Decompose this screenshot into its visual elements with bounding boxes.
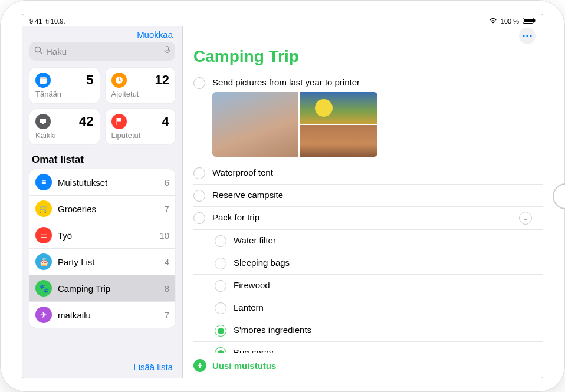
list-name: Muistutukset bbox=[58, 177, 159, 187]
screen: 9.41 ti 10.9. 100 % Muokkaa bbox=[22, 14, 543, 378]
complete-toggle[interactable] bbox=[215, 280, 226, 292]
smart-count: 42 bbox=[79, 114, 93, 129]
list-count: 10 bbox=[159, 230, 169, 241]
reminder-text: Bug spray bbox=[234, 347, 536, 353]
reminder-item[interactable]: Waterproof tent bbox=[193, 162, 543, 185]
svg-line-4 bbox=[40, 52, 42, 54]
reminder-text: Water filter bbox=[234, 235, 536, 245]
attachment-thumbnails[interactable] bbox=[212, 92, 377, 157]
list-icon: ✈ bbox=[35, 307, 52, 323]
smart-card-liputetut[interactable]: 4 Liputetut bbox=[106, 109, 176, 144]
reminder-text: Firewood bbox=[234, 279, 536, 290]
list-name: Party List bbox=[58, 257, 159, 267]
complete-toggle[interactable] bbox=[215, 347, 226, 353]
search-input[interactable] bbox=[46, 47, 160, 57]
add-list-button[interactable]: Lisää lista bbox=[133, 362, 173, 372]
reminder-item[interactable]: Lantern bbox=[193, 297, 543, 319]
reminders-list: Send pictures from last year to printer … bbox=[183, 72, 543, 353]
calendar-icon bbox=[35, 73, 51, 88]
complete-toggle[interactable] bbox=[193, 167, 205, 179]
home-button[interactable] bbox=[553, 183, 565, 209]
list-icon: 🐾 bbox=[35, 280, 52, 297]
reminder-text: Lantern bbox=[234, 302, 536, 312]
svg-rect-5 bbox=[166, 46, 169, 51]
more-button[interactable] bbox=[519, 28, 536, 44]
status-date: ti 10.9. bbox=[45, 18, 65, 25]
list-count: 8 bbox=[165, 284, 169, 294]
smart-label: Tänään bbox=[35, 90, 94, 98]
smart-card-tänään[interactable]: 5 Tänään bbox=[29, 68, 100, 103]
list-row-työ[interactable]: ▭ Työ 10 bbox=[29, 222, 175, 249]
complete-toggle[interactable] bbox=[193, 190, 205, 202]
reminder-text: Send pictures from last year to printer bbox=[212, 77, 536, 157]
smart-lists-grid: 5 Tänään 12 Ajoitetut 42 Kaikki 4 Lipute… bbox=[29, 68, 175, 144]
reminder-item[interactable]: Firewood bbox=[193, 275, 543, 297]
svg-rect-2 bbox=[534, 19, 536, 22]
status-bar: 9.41 ti 10.9. 100 % bbox=[22, 14, 543, 26]
battery-icon bbox=[523, 18, 536, 25]
smart-label: Kaikki bbox=[35, 131, 94, 140]
svg-point-9 bbox=[523, 35, 524, 37]
list-icon: 🎂 bbox=[35, 253, 52, 270]
edit-button[interactable]: Muokkaa bbox=[137, 29, 173, 39]
chevron-down-icon[interactable]: ⌄ bbox=[519, 212, 532, 225]
reminder-text: S'mores ingredients bbox=[234, 324, 536, 335]
smart-card-kaikki[interactable]: 42 Kaikki bbox=[29, 109, 100, 144]
wifi-icon bbox=[489, 18, 497, 25]
list-name: Camping Trip bbox=[58, 284, 159, 294]
complete-toggle[interactable] bbox=[215, 302, 226, 314]
new-reminder-button[interactable]: + Uusi muistutus bbox=[183, 353, 543, 378]
main-panel: Camping Trip Send pictures from last yea… bbox=[183, 26, 543, 378]
reminder-item[interactable]: Bug spray bbox=[193, 342, 543, 353]
list-row-camping-trip[interactable]: 🐾 Camping Trip 8 bbox=[29, 275, 175, 302]
list-name: matkailu bbox=[58, 310, 159, 320]
list-row-groceries[interactable]: 🛒 Groceries 7 bbox=[29, 196, 175, 222]
complete-toggle[interactable] bbox=[193, 212, 205, 224]
complete-toggle[interactable] bbox=[215, 258, 226, 269]
complete-toggle[interactable] bbox=[215, 325, 226, 337]
smart-count: 5 bbox=[86, 73, 93, 88]
reminder-item[interactable]: Sleeping bags bbox=[193, 252, 543, 275]
search-field[interactable] bbox=[29, 42, 175, 61]
list-icon: ≡ bbox=[35, 174, 52, 190]
ipad-frame: 9.41 ti 10.9. 100 % Muokkaa bbox=[0, 0, 565, 392]
status-time: 9.41 bbox=[29, 18, 42, 25]
list-icon: ▭ bbox=[35, 227, 52, 243]
smart-card-ajoitetut[interactable]: 12 Ajoitetut bbox=[106, 68, 176, 103]
svg-rect-7 bbox=[40, 77, 47, 79]
reminder-item[interactable]: S'mores ingredients bbox=[193, 319, 543, 342]
new-reminder-label: Uusi muistutus bbox=[212, 361, 276, 371]
smart-count: 12 bbox=[155, 73, 169, 88]
reminder-item[interactable]: Pack for trip⌄ bbox=[193, 207, 543, 230]
inbox-icon bbox=[35, 114, 51, 129]
reminder-item[interactable]: Water filter bbox=[193, 230, 543, 252]
list-row-muistutukset[interactable]: ≡ Muistutukset 6 bbox=[29, 169, 175, 196]
complete-toggle[interactable] bbox=[193, 77, 205, 89]
complete-toggle[interactable] bbox=[215, 235, 226, 247]
reminder-text: Reserve campsite bbox=[212, 189, 536, 200]
mic-icon[interactable] bbox=[164, 46, 170, 57]
reminder-item[interactable]: Send pictures from last year to printer bbox=[193, 72, 543, 162]
reminder-item[interactable]: Reserve campsite bbox=[193, 185, 543, 207]
list-name: Työ bbox=[58, 230, 153, 241]
list-row-party-list[interactable]: 🎂 Party List 4 bbox=[29, 249, 175, 275]
my-lists-header: Omat listat bbox=[29, 153, 175, 169]
search-icon bbox=[34, 46, 42, 57]
list-count: 4 bbox=[165, 257, 169, 267]
svg-point-10 bbox=[526, 35, 528, 37]
plus-icon: + bbox=[193, 359, 206, 372]
list-count: 6 bbox=[165, 177, 169, 187]
list-name: Groceries bbox=[58, 204, 159, 214]
list-title: Camping Trip bbox=[183, 44, 543, 72]
smart-count: 4 bbox=[162, 114, 169, 129]
svg-point-11 bbox=[530, 35, 531, 37]
smart-label: Ajoitetut bbox=[111, 90, 170, 98]
lists-container: ≡ Muistutukset 6🛒 Groceries 7▭ Työ 10🎂 P… bbox=[29, 169, 175, 328]
status-battery: 100 % bbox=[501, 18, 519, 25]
sidebar: Muokkaa 5 Tänään 12 Ajoitetut bbox=[22, 26, 183, 378]
reminder-text: Waterproof tent bbox=[212, 167, 536, 177]
list-row-matkailu[interactable]: ✈ matkailu 7 bbox=[29, 302, 175, 328]
reminder-text: Pack for trip bbox=[212, 212, 512, 222]
clock-icon bbox=[111, 73, 127, 88]
list-icon: 🛒 bbox=[35, 200, 52, 217]
